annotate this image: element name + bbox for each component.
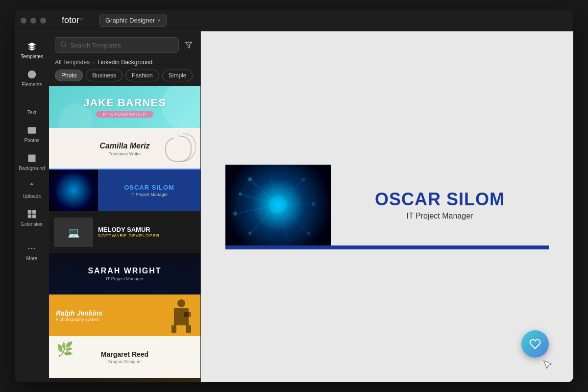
- melody-name: MELODY SAMUR: [98, 226, 196, 233]
- jake-subtitle: PHOTOGRAPHER: [96, 111, 153, 118]
- breadcrumb: All Templates › Linkedin Background: [49, 57, 200, 70]
- sidebar-label-elements: Elements: [22, 82, 42, 87]
- sarah-name: SARAH WRIGHT: [88, 267, 161, 275]
- sidebar-item-more[interactable]: More: [18, 239, 46, 265]
- canvas-neural-image: [225, 165, 331, 245]
- oscar-preview: OSCAR SILOM IT Project Manager: [49, 170, 200, 211]
- sidebar-item-photos[interactable]: Photos: [18, 121, 46, 147]
- richard-preview: RICHARD WRIGHT NEW ZEALAND METRIC FINE S…: [49, 378, 200, 382]
- sarah-preview: SARAH WRIGHT IT Project Manager: [49, 253, 200, 294]
- svg-point-33: [248, 232, 251, 235]
- filter-tag-fashion[interactable]: Fashion: [125, 70, 159, 81]
- sidebar-item-background[interactable]: Background: [18, 149, 46, 175]
- sidebar-item-extension[interactable]: Extension: [18, 205, 46, 231]
- svg-line-28: [235, 194, 240, 214]
- svg-point-30: [248, 177, 252, 181]
- svg-line-21: [250, 205, 278, 233]
- cursor: [542, 359, 553, 371]
- svg-point-2: [29, 129, 31, 130]
- canvas-lower-blank: [225, 249, 549, 335]
- sidebar-label-photos: Photos: [24, 138, 39, 143]
- canvas-middle-section: OSCAR SILOM IT Project Manager: [225, 165, 549, 245]
- maximize-button[interactable]: [40, 18, 46, 24]
- svg-point-9: [34, 248, 36, 249]
- template-panel: All Templates › Linkedin Background Phot…: [49, 31, 201, 382]
- camilla-preview: Camilla Meriz Freelance Writer: [49, 128, 200, 170]
- search-box[interactable]: [55, 37, 179, 53]
- search-icon: [60, 41, 67, 49]
- sidebar-item-text[interactable]: Text: [18, 93, 46, 119]
- melody-text: MELODY SAMUR SOFTWARE DEVELOPER: [98, 226, 196, 238]
- canvas-name-section: OSCAR SILOM IT Project Manager: [331, 165, 549, 245]
- traffic-lights: [21, 18, 46, 24]
- margaret-name: Margaret Reed: [101, 350, 148, 358]
- canvas-top-section: [225, 79, 549, 165]
- leaf-decoration: 🌿: [56, 341, 74, 357]
- filter-button[interactable]: [183, 39, 195, 51]
- sidebar-label-templates: Templates: [21, 54, 43, 59]
- svg-line-27: [240, 179, 250, 194]
- camilla-name: Camilla Meriz: [99, 142, 149, 150]
- title-bar: fotor® Graphic Designer ▾: [15, 10, 573, 31]
- sidebar-item-uploads[interactable]: Uploads: [18, 177, 46, 203]
- decorative-circle-1: [161, 86, 200, 128]
- oscar-neural-image: [49, 170, 98, 211]
- minimize-button[interactable]: [30, 18, 36, 24]
- filter-tag-photo[interactable]: Photo: [55, 70, 83, 81]
- template-sarah-wright[interactable]: SARAH WRIGHT IT Project Manager: [49, 253, 200, 294]
- layers-icon: [26, 41, 37, 52]
- melody-subtitle: SOFTWARE DEVELOPER: [98, 233, 196, 238]
- svg-point-10: [61, 42, 66, 46]
- template-jake-barnes[interactable]: JAKE BARNES PHOTOGRAPHER: [49, 86, 200, 128]
- photos-icon: [26, 125, 37, 136]
- oscar-subtitle: IT Project Manager: [130, 192, 168, 197]
- margaret-preview: 🌿 Margaret Reed Graphic Designer: [49, 336, 200, 378]
- template-list: JAKE BARNES PHOTOGRAPHER Camilla Meriz F…: [49, 86, 200, 382]
- svg-rect-15: [186, 325, 191, 333]
- template-oscar-silom[interactable]: OSCAR SILOM IT Project Manager: [49, 170, 200, 211]
- close-button[interactable]: [21, 18, 26, 24]
- main-content: Templates Elements Text: [15, 31, 573, 382]
- template-melody-samur[interactable]: 💻 MELODY SAMUR SOFTWARE DEVELOPER: [49, 211, 200, 253]
- svg-point-0: [28, 71, 36, 79]
- svg-line-22: [278, 179, 304, 205]
- svg-rect-4: [32, 210, 36, 214]
- breadcrumb-current: Linkedin Background: [98, 59, 152, 66]
- canvas-oscar-subtitle: IT Project Manager: [407, 212, 473, 220]
- sidebar-item-templates[interactable]: Templates: [18, 37, 46, 63]
- svg-rect-14: [172, 325, 176, 333]
- app-window: fotor® Graphic Designer ▾ Templates: [15, 10, 573, 382]
- template-richard-wright[interactable]: RICHARD WRIGHT NEW ZEALAND METRIC FINE S…: [49, 378, 200, 382]
- svg-point-35: [312, 202, 316, 206]
- template-camilla-meriz[interactable]: Camilla Meriz Freelance Writer: [49, 128, 200, 170]
- svg-marker-11: [185, 42, 192, 48]
- melody-preview: 💻 MELODY SAMUR SOFTWARE DEVELOPER: [49, 211, 200, 253]
- text-icon: [26, 97, 37, 108]
- svg-line-29: [235, 214, 250, 233]
- neural-lines-svg: [225, 165, 331, 245]
- mode-dropdown[interactable]: Graphic Designer ▾: [99, 14, 167, 27]
- sidebar-item-elements[interactable]: Elements: [18, 65, 46, 91]
- ralph-name: Ralph Jenkins: [56, 309, 162, 317]
- breadcrumb-parent[interactable]: All Templates: [55, 59, 90, 66]
- sidebar-label-uploads: Uploads: [23, 194, 41, 199]
- svg-rect-5: [28, 215, 31, 219]
- canvas-area[interactable]: OSCAR SILOM IT Project Manager: [201, 31, 573, 382]
- fab-save-button[interactable]: [521, 330, 549, 358]
- sidebar-label-text: Text: [27, 110, 36, 115]
- svg-line-24: [278, 205, 309, 233]
- melody-image: 💻: [54, 218, 93, 247]
- canvas-bottom-section: [225, 245, 549, 249]
- filter-tag-business[interactable]: Business: [86, 70, 122, 81]
- oscar-name: OSCAR SILOM: [124, 184, 174, 191]
- app-logo: fotor®: [54, 15, 91, 25]
- search-input[interactable]: [70, 42, 173, 49]
- neural-effect: [49, 170, 98, 211]
- template-ralph-jenkins[interactable]: Ralph Jenkins # photography system: [49, 294, 200, 336]
- template-margaret-reed[interactable]: 🌿 Margaret Reed Graphic Designer: [49, 336, 200, 378]
- icon-sidebar: Templates Elements Text: [15, 31, 49, 382]
- svg-rect-6: [32, 215, 36, 219]
- uploads-icon: [26, 181, 37, 192]
- swirl-decoration: [161, 130, 196, 167]
- filter-tag-simple[interactable]: Simple: [162, 70, 193, 81]
